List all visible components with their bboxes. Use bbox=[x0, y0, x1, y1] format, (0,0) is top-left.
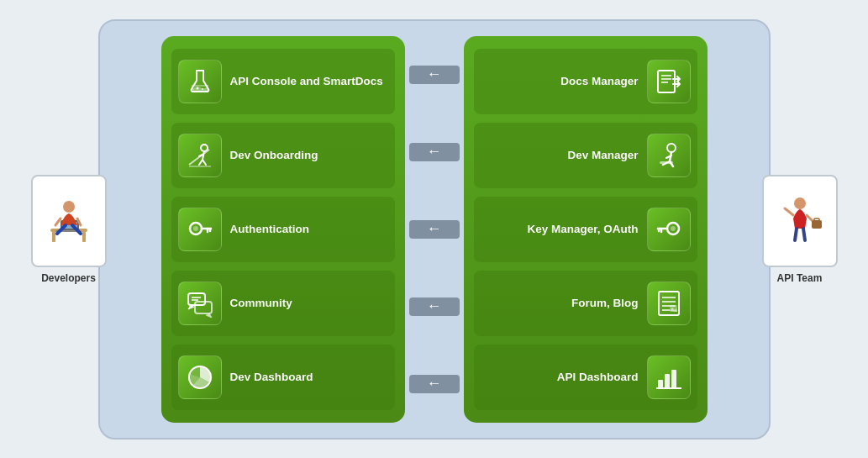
arrow-left-1 bbox=[409, 66, 460, 84]
key2-icon-box bbox=[647, 208, 691, 251]
pie-chart-icon bbox=[186, 363, 214, 392]
document-icon bbox=[655, 289, 683, 318]
left-row-4: Community bbox=[171, 271, 395, 336]
developers-label: Developers bbox=[41, 272, 96, 284]
svg-point-6 bbox=[63, 201, 75, 213]
svg-line-7 bbox=[55, 218, 60, 225]
svg-rect-27 bbox=[658, 71, 675, 92]
svg-rect-2 bbox=[82, 232, 86, 242]
left-row-2-label: Dev Onboarding bbox=[230, 148, 318, 163]
api-team-label: API Team bbox=[777, 272, 823, 284]
svg-point-48 bbox=[794, 197, 806, 209]
right-row-5: API Dashboard bbox=[474, 345, 697, 410]
document-icon-box bbox=[647, 282, 691, 325]
arrow-left-4 bbox=[409, 297, 460, 316]
svg-point-18 bbox=[193, 226, 198, 231]
api-team-figure: API Team bbox=[762, 175, 838, 284]
svg-point-31 bbox=[667, 144, 676, 152]
left-row-1: API Console and SmartDocs bbox=[171, 49, 395, 114]
flask-icon-box bbox=[178, 60, 222, 103]
left-row-5: Dev Dashboard bbox=[171, 345, 395, 410]
svg-rect-22 bbox=[188, 293, 205, 305]
docs-icon bbox=[655, 67, 683, 96]
arrow-1 bbox=[409, 66, 460, 84]
right-row-3: Key Manager, OAuth bbox=[474, 197, 697, 262]
arrow-2 bbox=[409, 143, 460, 161]
svg-rect-45 bbox=[665, 374, 670, 388]
left-row-1-label: API Console and SmartDocs bbox=[230, 74, 383, 89]
escalator-icon-box bbox=[178, 134, 222, 177]
bar-chart-icon-box bbox=[647, 355, 691, 399]
key2-icon bbox=[655, 215, 683, 244]
diagram-wrapper: Developers API Console and SmartDocs bbox=[31, 11, 838, 448]
arrow-3 bbox=[409, 220, 460, 239]
docs-icon-box bbox=[647, 60, 691, 103]
svg-line-53 bbox=[795, 229, 797, 240]
arrow-left-3 bbox=[409, 220, 460, 239]
developer-icon bbox=[44, 193, 94, 248]
api-team-icon bbox=[775, 193, 825, 248]
chat-icon-box bbox=[178, 282, 222, 325]
pie-chart-icon-box bbox=[178, 355, 222, 399]
svg-rect-46 bbox=[671, 370, 676, 388]
person-sitting-icon bbox=[655, 141, 683, 170]
left-panel: API Console and SmartDocs Dev Onboarding bbox=[161, 36, 405, 423]
right-row-1: Docs Manager bbox=[474, 49, 697, 114]
chat-icon bbox=[186, 289, 214, 318]
developers-box bbox=[31, 175, 107, 267]
person-sitting-icon-box bbox=[647, 134, 691, 177]
left-row-4-label: Community bbox=[230, 296, 292, 311]
escalator-icon bbox=[186, 141, 214, 170]
right-row-4: Forum, Blog bbox=[474, 271, 697, 336]
api-team-box bbox=[762, 175, 838, 267]
right-row-3-label: Key Manager, OAuth bbox=[527, 222, 638, 237]
svg-point-34 bbox=[671, 226, 676, 231]
left-row-3-label: Authentication bbox=[230, 222, 310, 237]
key-icon bbox=[186, 215, 214, 244]
svg-rect-23 bbox=[195, 302, 212, 313]
svg-point-13 bbox=[202, 88, 203, 90]
right-row-1-label: Docs Manager bbox=[560, 74, 638, 89]
arrow-4 bbox=[409, 297, 460, 316]
left-row-2: Dev Onboarding bbox=[171, 123, 395, 188]
svg-line-54 bbox=[803, 229, 805, 240]
right-row-4-label: Forum, Blog bbox=[571, 296, 639, 311]
right-panel: Docs Manager Dev Manager bbox=[464, 36, 708, 423]
svg-point-14 bbox=[201, 145, 208, 151]
developers-figure: Developers bbox=[31, 175, 107, 284]
right-row-5-label: API Dashboard bbox=[557, 370, 639, 385]
bar-chart-icon bbox=[655, 363, 683, 392]
svg-line-49 bbox=[785, 208, 793, 215]
arrow-left-5 bbox=[409, 375, 460, 393]
right-row-2: Dev Manager bbox=[474, 123, 697, 188]
flask-icon bbox=[186, 67, 214, 96]
left-row-3: Authentication bbox=[171, 197, 395, 262]
left-row-5-label: Dev Dashboard bbox=[230, 370, 313, 385]
arrow-5 bbox=[409, 375, 460, 393]
svg-rect-32 bbox=[660, 161, 673, 164]
svg-rect-1 bbox=[52, 232, 55, 242]
middle-area bbox=[397, 36, 472, 423]
right-row-2-label: Dev Manager bbox=[567, 148, 638, 163]
key-icon-box bbox=[178, 208, 222, 251]
svg-point-12 bbox=[196, 87, 198, 89]
svg-rect-44 bbox=[658, 380, 663, 388]
svg-line-15 bbox=[189, 150, 209, 165]
arrow-left-2 bbox=[409, 143, 460, 161]
